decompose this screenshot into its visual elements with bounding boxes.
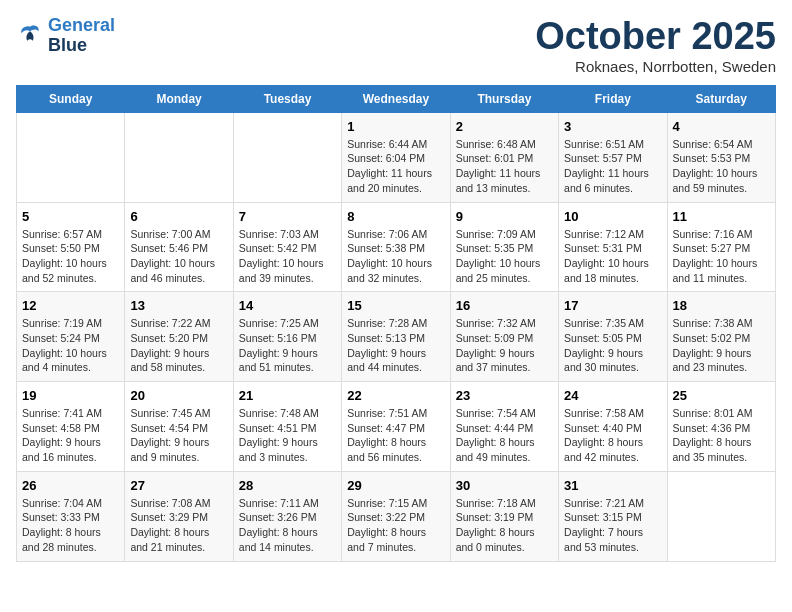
day-number: 26 [22,478,119,493]
month-title: October 2025 [535,16,776,58]
day-number: 25 [673,388,770,403]
day-info: Sunrise: 7:09 AM Sunset: 5:35 PM Dayligh… [456,227,553,286]
day-info: Sunrise: 7:21 AM Sunset: 3:15 PM Dayligh… [564,496,661,555]
calendar-cell: 6Sunrise: 7:00 AM Sunset: 5:46 PM Daylig… [125,202,233,292]
day-info: Sunrise: 7:04 AM Sunset: 3:33 PM Dayligh… [22,496,119,555]
day-info: Sunrise: 7:51 AM Sunset: 4:47 PM Dayligh… [347,406,444,465]
calendar-cell: 26Sunrise: 7:04 AM Sunset: 3:33 PM Dayli… [17,471,125,561]
day-number: 9 [456,209,553,224]
day-number: 29 [347,478,444,493]
day-info: Sunrise: 6:44 AM Sunset: 6:04 PM Dayligh… [347,137,444,196]
day-number: 3 [564,119,661,134]
calendar-week-row: 26Sunrise: 7:04 AM Sunset: 3:33 PM Dayli… [17,471,776,561]
day-info: Sunrise: 7:48 AM Sunset: 4:51 PM Dayligh… [239,406,336,465]
day-number: 1 [347,119,444,134]
weekday-header: Monday [125,85,233,112]
day-info: Sunrise: 7:15 AM Sunset: 3:22 PM Dayligh… [347,496,444,555]
day-info: Sunrise: 7:32 AM Sunset: 5:09 PM Dayligh… [456,316,553,375]
day-number: 28 [239,478,336,493]
calendar-cell: 15Sunrise: 7:28 AM Sunset: 5:13 PM Dayli… [342,292,450,382]
day-number: 16 [456,298,553,313]
calendar-cell: 27Sunrise: 7:08 AM Sunset: 3:29 PM Dayli… [125,471,233,561]
calendar-cell: 29Sunrise: 7:15 AM Sunset: 3:22 PM Dayli… [342,471,450,561]
calendar-week-row: 1Sunrise: 6:44 AM Sunset: 6:04 PM Daylig… [17,112,776,202]
day-number: 23 [456,388,553,403]
calendar-week-row: 12Sunrise: 7:19 AM Sunset: 5:24 PM Dayli… [17,292,776,382]
calendar-cell: 4Sunrise: 6:54 AM Sunset: 5:53 PM Daylig… [667,112,775,202]
day-info: Sunrise: 7:28 AM Sunset: 5:13 PM Dayligh… [347,316,444,375]
calendar-cell: 11Sunrise: 7:16 AM Sunset: 5:27 PM Dayli… [667,202,775,292]
calendar-cell: 31Sunrise: 7:21 AM Sunset: 3:15 PM Dayli… [559,471,667,561]
calendar-cell: 12Sunrise: 7:19 AM Sunset: 5:24 PM Dayli… [17,292,125,382]
day-number: 30 [456,478,553,493]
calendar-cell: 1Sunrise: 6:44 AM Sunset: 6:04 PM Daylig… [342,112,450,202]
calendar-cell: 9Sunrise: 7:09 AM Sunset: 5:35 PM Daylig… [450,202,558,292]
day-number: 24 [564,388,661,403]
day-number: 20 [130,388,227,403]
day-info: Sunrise: 7:16 AM Sunset: 5:27 PM Dayligh… [673,227,770,286]
day-number: 15 [347,298,444,313]
day-info: Sunrise: 6:48 AM Sunset: 6:01 PM Dayligh… [456,137,553,196]
day-info: Sunrise: 7:11 AM Sunset: 3:26 PM Dayligh… [239,496,336,555]
day-number: 12 [22,298,119,313]
day-number: 27 [130,478,227,493]
day-info: Sunrise: 7:06 AM Sunset: 5:38 PM Dayligh… [347,227,444,286]
calendar-cell: 14Sunrise: 7:25 AM Sunset: 5:16 PM Dayli… [233,292,341,382]
calendar-cell: 19Sunrise: 7:41 AM Sunset: 4:58 PM Dayli… [17,382,125,472]
day-number: 7 [239,209,336,224]
weekday-header: Wednesday [342,85,450,112]
day-info: Sunrise: 6:51 AM Sunset: 5:57 PM Dayligh… [564,137,661,196]
calendar-cell: 25Sunrise: 8:01 AM Sunset: 4:36 PM Dayli… [667,382,775,472]
weekday-header: Friday [559,85,667,112]
calendar-cell: 2Sunrise: 6:48 AM Sunset: 6:01 PM Daylig… [450,112,558,202]
weekday-header-row: SundayMondayTuesdayWednesdayThursdayFrid… [17,85,776,112]
calendar-cell: 28Sunrise: 7:11 AM Sunset: 3:26 PM Dayli… [233,471,341,561]
day-info: Sunrise: 7:58 AM Sunset: 4:40 PM Dayligh… [564,406,661,465]
day-info: Sunrise: 7:22 AM Sunset: 5:20 PM Dayligh… [130,316,227,375]
calendar-cell: 3Sunrise: 6:51 AM Sunset: 5:57 PM Daylig… [559,112,667,202]
calendar-cell: 13Sunrise: 7:22 AM Sunset: 5:20 PM Dayli… [125,292,233,382]
calendar-cell: 20Sunrise: 7:45 AM Sunset: 4:54 PM Dayli… [125,382,233,472]
day-number: 21 [239,388,336,403]
day-info: Sunrise: 8:01 AM Sunset: 4:36 PM Dayligh… [673,406,770,465]
day-number: 13 [130,298,227,313]
day-info: Sunrise: 6:57 AM Sunset: 5:50 PM Dayligh… [22,227,119,286]
day-info: Sunrise: 7:08 AM Sunset: 3:29 PM Dayligh… [130,496,227,555]
day-info: Sunrise: 7:25 AM Sunset: 5:16 PM Dayligh… [239,316,336,375]
day-info: Sunrise: 7:41 AM Sunset: 4:58 PM Dayligh… [22,406,119,465]
calendar-cell [125,112,233,202]
calendar-cell: 8Sunrise: 7:06 AM Sunset: 5:38 PM Daylig… [342,202,450,292]
logo-text: GeneralBlue [48,16,115,56]
location: Roknaes, Norrbotten, Sweden [535,58,776,75]
calendar-cell [667,471,775,561]
day-info: Sunrise: 7:12 AM Sunset: 5:31 PM Dayligh… [564,227,661,286]
calendar-cell: 21Sunrise: 7:48 AM Sunset: 4:51 PM Dayli… [233,382,341,472]
day-info: Sunrise: 7:18 AM Sunset: 3:19 PM Dayligh… [456,496,553,555]
calendar-cell: 18Sunrise: 7:38 AM Sunset: 5:02 PM Dayli… [667,292,775,382]
day-number: 6 [130,209,227,224]
calendar-cell: 22Sunrise: 7:51 AM Sunset: 4:47 PM Dayli… [342,382,450,472]
day-number: 17 [564,298,661,313]
day-info: Sunrise: 7:19 AM Sunset: 5:24 PM Dayligh… [22,316,119,375]
calendar-cell: 23Sunrise: 7:54 AM Sunset: 4:44 PM Dayli… [450,382,558,472]
calendar-week-row: 19Sunrise: 7:41 AM Sunset: 4:58 PM Dayli… [17,382,776,472]
day-info: Sunrise: 7:35 AM Sunset: 5:05 PM Dayligh… [564,316,661,375]
weekday-header: Thursday [450,85,558,112]
day-number: 19 [22,388,119,403]
day-number: 4 [673,119,770,134]
calendar-cell [17,112,125,202]
day-info: Sunrise: 7:38 AM Sunset: 5:02 PM Dayligh… [673,316,770,375]
calendar-cell: 5Sunrise: 6:57 AM Sunset: 5:50 PM Daylig… [17,202,125,292]
day-info: Sunrise: 7:54 AM Sunset: 4:44 PM Dayligh… [456,406,553,465]
day-number: 11 [673,209,770,224]
page-header: GeneralBlue October 2025 Roknaes, Norrbo… [16,16,776,75]
weekday-header: Saturday [667,85,775,112]
calendar-cell: 7Sunrise: 7:03 AM Sunset: 5:42 PM Daylig… [233,202,341,292]
calendar-cell: 10Sunrise: 7:12 AM Sunset: 5:31 PM Dayli… [559,202,667,292]
day-number: 22 [347,388,444,403]
day-number: 18 [673,298,770,313]
logo: GeneralBlue [16,16,115,56]
calendar-table: SundayMondayTuesdayWednesdayThursdayFrid… [16,85,776,562]
weekday-header: Tuesday [233,85,341,112]
calendar-cell: 17Sunrise: 7:35 AM Sunset: 5:05 PM Dayli… [559,292,667,382]
